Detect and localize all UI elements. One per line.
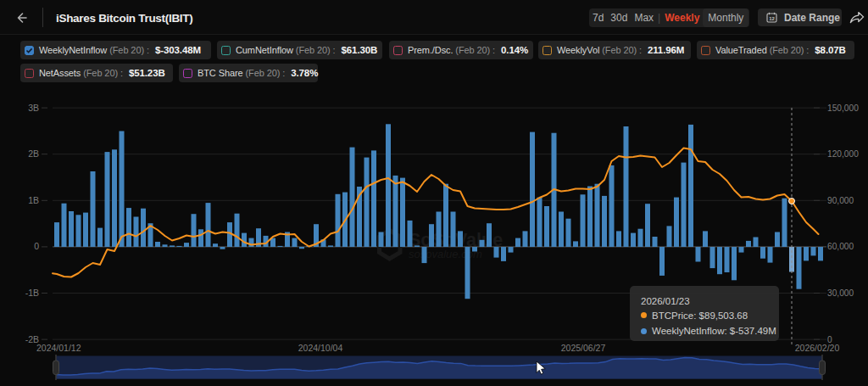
svg-text:150,000: 150,000 xyxy=(827,103,859,113)
svg-text:30,000: 30,000 xyxy=(827,288,854,298)
svg-text:2024/01/12: 2024/01/12 xyxy=(36,343,81,353)
svg-text:1B: 1B xyxy=(28,195,39,205)
svg-text:90,000: 90,000 xyxy=(827,196,854,205)
svg-text:2026/02/20: 2026/02/20 xyxy=(795,343,840,353)
svg-text:120,000: 120,000 xyxy=(827,149,859,159)
svg-text:60,000: 60,000 xyxy=(827,242,854,251)
svg-text:2B: 2B xyxy=(28,148,39,159)
svg-text:0: 0 xyxy=(34,241,39,251)
svg-text:sosovalue.com: sosovalue.com xyxy=(409,248,482,260)
svg-text:-1B: -1B xyxy=(25,288,39,298)
svg-text:2024/10/04: 2024/10/04 xyxy=(298,343,343,353)
svg-text:3B: 3B xyxy=(28,103,39,113)
svg-text:2025/06/27: 2025/06/27 xyxy=(561,343,606,353)
svg-text:12: 12 xyxy=(769,16,775,21)
